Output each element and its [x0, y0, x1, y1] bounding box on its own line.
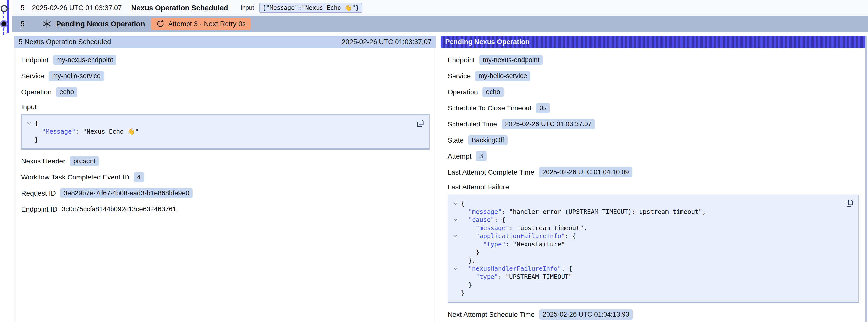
gutter-spacer	[450, 224, 461, 232]
retry-badge: Attempt 3 · Next Retry 0s	[151, 18, 250, 30]
panel-header-pending: Pending Nexus Operation	[441, 36, 865, 48]
fields-top: Endpointmy-nexus-endpointServicemy-hello…	[21, 55, 430, 97]
detail-field-row: Schedule To Close Timeout0s	[447, 103, 859, 113]
field-label: Endpoint	[447, 56, 475, 64]
chevron-down-icon[interactable]	[450, 199, 461, 207]
json-line-content: }	[35, 136, 38, 144]
json-line: "cause": {	[450, 216, 841, 224]
detail-field-row: Next Attempt Schedule Time2025-02-26 UTC…	[447, 310, 859, 320]
gutter-spacer	[24, 127, 35, 136]
json-line: }	[450, 248, 841, 256]
field-value-link[interactable]: 3c0c75ccfa8144b092c13ce632463761	[62, 205, 176, 213]
field-label: Request ID	[21, 189, 56, 197]
event-id-link[interactable]: 5	[21, 20, 25, 28]
json-line: },	[450, 256, 841, 264]
input-json-block: { "Message": "Nexus Echo 👋"}	[21, 115, 430, 150]
input-label: Input	[240, 4, 254, 11]
gutter-spacer	[450, 256, 461, 264]
field-value-badge: my-nexus-endpoint	[479, 55, 543, 65]
json-line-content: }	[461, 289, 465, 297]
detail-field-row: Attempt3	[447, 151, 859, 161]
input-section-label: Input	[21, 103, 430, 111]
gutter-spacer	[450, 281, 461, 289]
json-line: }	[450, 289, 841, 297]
json-line: }	[24, 136, 412, 144]
json-line: "message": "handler error (UPSTREAM_TIME…	[450, 207, 841, 216]
field-label: Operation	[21, 88, 52, 96]
field-label: Service	[21, 72, 44, 80]
panel-title: Pending Nexus Operation	[445, 38, 529, 46]
json-line: {	[24, 119, 412, 127]
field-value-badge: 2025-02-26 UTC 01:04:13.93	[539, 310, 632, 320]
field-label: Scheduled Time	[447, 120, 497, 128]
field-label: Operation	[447, 88, 478, 96]
json-line-content: "message": "handler error (UPSTREAM_TIME…	[461, 207, 706, 216]
detail-field-row: Operationecho	[447, 87, 859, 97]
detail-field-row: Endpoint ID3c0c75ccfa8144b092c13ce632463…	[21, 204, 430, 214]
json-line-content: "type": "UPSTREAM_TIMEOUT"	[461, 273, 572, 281]
field-label: Last Attempt Complete Time	[447, 168, 534, 176]
json-lines: { "Message": "Nexus Echo 👋"}	[24, 119, 412, 144]
gutter-spacer	[450, 273, 461, 281]
json-line-content: "nexusHandlerFailureInfo": {	[461, 264, 572, 273]
history-row-scheduled[interactable]: 5 2025-02-26 UTC 01:03:37.07 Nexus Opera…	[12, 0, 868, 15]
field-value-badge: echo	[483, 87, 504, 97]
event-id-link[interactable]: 5	[21, 4, 25, 12]
field-value-badge: 3	[476, 151, 486, 161]
chevron-down-icon[interactable]	[450, 232, 461, 240]
field-value-badge: 2025-02-26 UTC 01:03:37.07	[502, 119, 595, 129]
field-label: Schedule To Close Timeout	[447, 104, 531, 112]
panel-body: Endpointmy-nexus-endpointServicemy-hello…	[441, 48, 865, 320]
panel-nexus-operation-scheduled: 5 Nexus Operation Scheduled 2025-02-26 U…	[14, 36, 436, 322]
json-line: "nexusHandlerFailureInfo": {	[450, 264, 841, 273]
detail-field-row: Endpointmy-nexus-endpoint	[447, 55, 859, 65]
copy-button[interactable]	[844, 198, 855, 208]
gutter-spacer	[450, 207, 461, 216]
field-label: Endpoint ID	[21, 205, 57, 213]
gutter-spacer	[450, 289, 461, 297]
history-row-pending[interactable]: 5 Pending Nexus Operation Attempt 3 · Ne…	[12, 15, 868, 32]
failure-json-block: { "message": "handler error (UPSTREAM_TI…	[447, 195, 859, 303]
field-label: Endpoint	[21, 56, 49, 64]
json-lines: { "message": "handler error (UPSTREAM_TI…	[450, 199, 841, 297]
json-line-content: }	[461, 281, 472, 289]
detail-field-row: Workflow Task Completed Event ID4	[21, 172, 430, 182]
field-label: State	[447, 136, 464, 144]
field-value-badge: my-hello-service	[475, 71, 530, 81]
json-line-content: "applicationFailureInfo": {	[461, 232, 576, 240]
event-history-screen: 5 2025-02-26 UTC 01:03:37.07 Nexus Opera…	[0, 0, 868, 322]
field-value-badge: echo	[56, 87, 78, 97]
detail-field-row: Servicemy-hello-service	[21, 71, 430, 81]
field-value-badge: present	[70, 156, 99, 166]
event-dot-tick	[7, 8, 9, 9]
json-line: }	[450, 281, 841, 289]
detail-field-row: Endpointmy-nexus-endpoint	[21, 55, 430, 65]
field-label: Attempt	[447, 152, 471, 160]
panel-pending-nexus-operation: Pending Nexus Operation Endpointmy-nexus…	[441, 36, 867, 322]
failure-section-label: Last Attempt Failure	[447, 183, 859, 191]
chevron-down-icon[interactable]	[450, 264, 461, 273]
fields-top: Endpointmy-nexus-endpointServicemy-hello…	[447, 55, 859, 177]
asterisk-spinner-icon	[42, 19, 52, 29]
json-line: "message": "upstream timeout",	[450, 224, 841, 232]
gutter-spacer	[450, 248, 461, 256]
panel-timestamp: 2025-02-26 UTC 01:03:37.07	[342, 38, 432, 46]
detail-field-row: Servicemy-hello-service	[447, 71, 859, 81]
event-title: Nexus Operation Scheduled	[131, 4, 228, 12]
detail-field-row: Last Attempt Complete Time2025-02-26 UTC…	[447, 167, 859, 177]
detail-field-row: StateBackingOff	[447, 135, 859, 145]
json-line-content: "type": "NexusFailure"	[461, 240, 565, 248]
json-line-content: "message": "upstream timeout",	[461, 224, 587, 232]
pending-event-title: Pending Nexus Operation	[56, 20, 145, 28]
fields-bottom: Next Attempt Schedule Time2025-02-26 UTC…	[447, 310, 859, 320]
timeline-active-bar	[7, 0, 9, 33]
json-line: "Message": "Nexus Echo 👋"	[24, 127, 412, 136]
field-value-badge: my-hello-service	[49, 71, 104, 81]
copy-button[interactable]	[415, 118, 425, 128]
field-label: Next Attempt Schedule Time	[447, 311, 535, 319]
field-label: Service	[447, 72, 470, 80]
chevron-down-icon[interactable]	[24, 119, 35, 127]
event-filled-dot-icon	[1, 22, 6, 26]
chevron-down-icon[interactable]	[450, 216, 461, 224]
json-line: "applicationFailureInfo": {	[450, 232, 841, 240]
